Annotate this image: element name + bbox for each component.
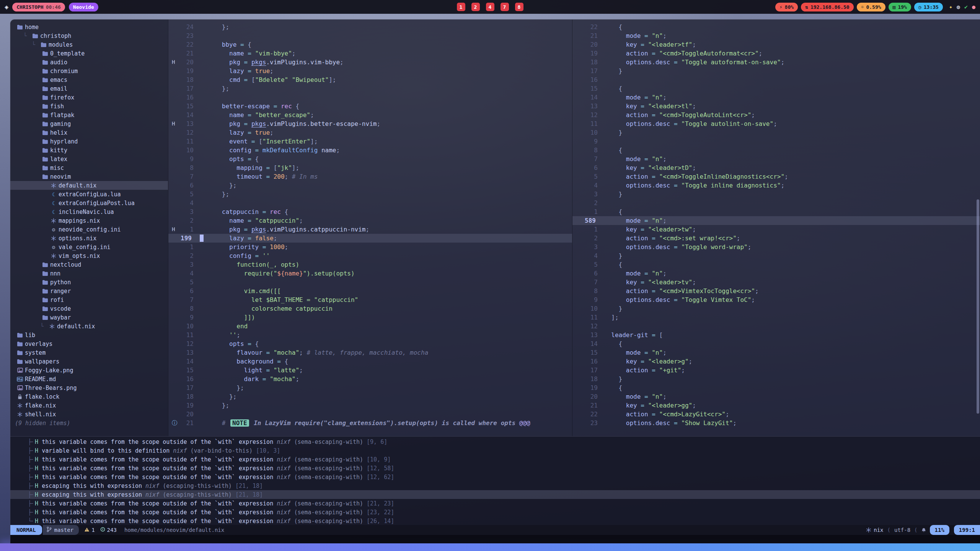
code-line[interactable]: 3 function(_, opts) xyxy=(168,260,572,269)
tree-item-christoph[interactable]: └ christoph xyxy=(10,31,168,40)
code-line[interactable]: 13 leader-git = [ xyxy=(572,331,980,339)
diagnostic-row[interactable]: ├╴H variable will bind to this definitio… xyxy=(10,446,980,455)
keyboard-icon[interactable]: ◍ xyxy=(957,4,960,10)
diagnostic-row[interactable]: ├╴H escaping this with expression nixf (… xyxy=(10,481,980,490)
diagnostic-row[interactable]: ├╴H this variable comes from the scope o… xyxy=(10,437,980,446)
code-line[interactable]: 9 xyxy=(572,137,980,146)
tree-item-chromium[interactable]: chromium xyxy=(10,67,168,75)
code-line[interactable]: 8 { xyxy=(572,146,980,155)
code-line[interactable]: 9 options.desc = "Toggle Vimtex ToC"; xyxy=(572,295,980,304)
workspace-button-8[interactable]: 8 xyxy=(515,3,523,11)
code-line[interactable]: 1 key = "<leader>tw"; xyxy=(572,225,980,234)
diagnostic-row[interactable]: ├╴H this variable comes from the scope o… xyxy=(10,455,980,464)
code-line[interactable]: 21 name = "vim-bbye"; xyxy=(168,49,572,58)
code-line[interactable]: 18 } xyxy=(572,375,980,383)
tree-item-inclinenavic-lua[interactable]: ☾inclineNavic.lua xyxy=(10,207,168,216)
code-line[interactable]: 11 options.desc = "Toggle autolint-on-sa… xyxy=(572,119,980,128)
lightbulb-icon[interactable]: ✦ xyxy=(949,4,952,10)
tree-item-email[interactable]: email xyxy=(10,84,168,93)
code-line-current[interactable]: 589 mode = "n"; xyxy=(572,216,980,225)
user-clock-pill[interactable]: CHRISTOPH 00:46 xyxy=(12,3,65,11)
code-line[interactable]: 10 config = mkDefaultConfig name; xyxy=(168,146,572,155)
tree-item-kitty[interactable]: kitty xyxy=(10,146,168,155)
workspace-button-4[interactable]: 4 xyxy=(486,3,494,11)
tree-item-home[interactable]: home xyxy=(10,23,168,31)
code-line[interactable]: 21 mode = "n"; xyxy=(572,31,980,40)
tree-item-flatpak[interactable]: flatpak xyxy=(10,111,168,119)
code-line[interactable]: 10 end xyxy=(168,322,572,331)
tree-item-flake-nix[interactable]: flake.nix xyxy=(10,401,168,410)
clock-pill[interactable]: ◷13:35 xyxy=(914,3,943,11)
tree-item-lib[interactable]: lib xyxy=(10,331,168,339)
diagnostic-row[interactable]: ├╴H escaping this with expression nixf (… xyxy=(10,490,980,499)
tree-item-three-bears-png[interactable]: Three-Bears.png xyxy=(10,383,168,392)
diagnostic-row[interactable]: ├╴H this variable comes from the scope o… xyxy=(10,499,980,508)
tree-item-gaming[interactable]: gaming xyxy=(10,119,168,128)
diagnostic-row[interactable]: ├╴H this variable comes from the scope o… xyxy=(10,508,980,517)
code-line[interactable]: 15 light = "latte"; xyxy=(168,366,572,375)
code-line[interactable]: 15 better-escape = rec { xyxy=(168,102,572,111)
diagnostic-row[interactable]: ├╴H this variable comes from the scope o… xyxy=(10,464,980,473)
tree-item-shell-nix[interactable]: shell.nix xyxy=(10,410,168,419)
code-line[interactable]: 5 { xyxy=(572,260,980,269)
code-line[interactable]: ⓘ21 # NOTE In LazyVim require("clang_ext… xyxy=(168,419,572,427)
network-pill[interactable]: ⇅192.168.86.50 xyxy=(801,3,854,11)
code-line[interactable]: 4 } xyxy=(572,251,980,260)
code-line[interactable]: 11 ''; xyxy=(168,331,572,339)
tree-item-rofi[interactable]: rofi xyxy=(10,295,168,304)
code-line[interactable]: 9 opts = { xyxy=(168,155,572,163)
tree-item-extraconfiglua-lua[interactable]: ☾extraConfigLua.lua xyxy=(10,190,168,199)
tree-item-misc[interactable]: misc xyxy=(10,163,168,172)
code-line[interactable]: 18 }; xyxy=(168,392,572,401)
workspace-button-7[interactable]: 7 xyxy=(501,3,509,11)
code-line[interactable]: 18 cmd = ["Bdelete" "Bwipeout"]; xyxy=(168,75,572,84)
command-line[interactable] xyxy=(10,535,980,543)
code-line[interactable]: 7 let $BAT_THEME = "catppuccin" xyxy=(168,295,572,304)
code-line[interactable]: 11 ]; xyxy=(572,313,980,322)
code-line[interactable]: 2 action = "<cmd>:set wrap!<cr>"; xyxy=(572,234,980,243)
code-line[interactable]: 6 key = "<leader>tD"; xyxy=(572,163,980,172)
workspace-button-1[interactable]: 1 xyxy=(457,3,465,11)
code-line[interactable]: 8 action = "<cmd>VimtexTocToggle<cr>"; xyxy=(572,287,980,295)
code-line[interactable]: 15 mode = "n"; xyxy=(572,348,980,357)
code-line[interactable]: 4 require("${name}").setup(opts) xyxy=(168,269,572,278)
code-line[interactable]: 12 action = "<cmd>ToggleAutoLint<cr>"; xyxy=(572,111,980,119)
diagnostic-row[interactable]: └╴H this variable comes from the scope o… xyxy=(10,517,980,525)
code-line[interactable]: 6 }; xyxy=(168,181,572,190)
code-line[interactable]: 10 } xyxy=(572,128,980,137)
code-line[interactable]: 3 options.desc = "Toggle word-wrap"; xyxy=(572,243,980,251)
tree-item-readme-md[interactable]: README.md xyxy=(10,375,168,383)
code-line[interactable]: 1 { xyxy=(572,207,980,216)
code-line[interactable]: 21 key = "<leader>gg"; xyxy=(572,401,980,410)
tree-item-neovim[interactable]: neovim xyxy=(10,172,168,181)
code-line[interactable]: H20 pkg = pkgs.vimPlugins.vim-bbye; xyxy=(168,58,572,67)
code-line[interactable]: 16 dark = "mocha"; xyxy=(168,375,572,383)
code-line[interactable]: 24 }; xyxy=(168,23,572,31)
tree-item-default-nix[interactable]: └ default.nix xyxy=(10,322,168,331)
code-line[interactable]: 7 mode = "n"; xyxy=(572,155,980,163)
code-line[interactable]: 13 flavour = "mocha"; # latte, frappe, m… xyxy=(168,348,572,357)
scrollbar-thumb[interactable] xyxy=(977,199,979,414)
code-line[interactable]: 20 key = "<leader>tf"; xyxy=(572,40,980,49)
code-line[interactable]: 19 { xyxy=(572,383,980,392)
code-line[interactable]: 8 colorscheme catppuccin xyxy=(168,304,572,313)
tree-item-neovide-config-ini[interactable]: ⚙neovide_config.ini xyxy=(10,225,168,234)
code-line[interactable]: 3 } xyxy=(572,190,980,199)
code-line[interactable]: 8 mapping = ["jk"]; xyxy=(168,163,572,172)
tree-item-foggy-lake-png[interactable]: Foggy-Lake.png xyxy=(10,366,168,375)
code-line[interactable]: 15 { xyxy=(572,84,980,93)
tree-item-waybar[interactable]: waybar xyxy=(10,313,168,322)
code-line[interactable]: 5 }; xyxy=(168,190,572,199)
code-line[interactable]: 16 key = "<leader>g"; xyxy=(572,357,980,366)
code-line[interactable]: 18 options.desc = "Toggle autoformat-on-… xyxy=(572,58,980,67)
tree-item-audio[interactable]: audio xyxy=(10,58,168,67)
code-line[interactable]: 19 lazy = true; xyxy=(168,67,572,75)
diagnostic-row[interactable]: ├╴H this variable comes from the scope o… xyxy=(10,473,980,481)
cpu-pill[interactable]: ☼0.59% xyxy=(857,3,885,11)
code-line[interactable]: 22 bbye = { xyxy=(168,40,572,49)
code-line[interactable]: 5 xyxy=(168,278,572,287)
active-app-pill[interactable]: Neovide xyxy=(69,3,98,11)
code-line[interactable]: H1 pkg = pkgs.vimPlugins.catppuccin-nvim… xyxy=(168,225,572,234)
tree-item-nnn[interactable]: nnn xyxy=(10,269,168,278)
tree-item-vale-config-ini[interactable]: ⚙vale_config.ini xyxy=(10,243,168,251)
